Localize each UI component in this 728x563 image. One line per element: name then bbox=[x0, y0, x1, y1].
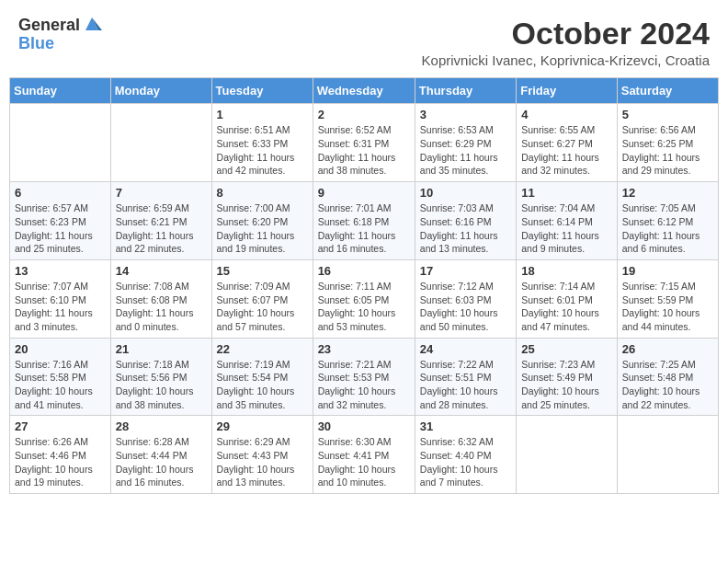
day-number: 27 bbox=[15, 419, 106, 433]
table-row: 7Sunrise: 6:59 AM Sunset: 6:21 PM Daylig… bbox=[110, 182, 211, 260]
day-info: Sunrise: 6:52 AM Sunset: 6:31 PM Dayligh… bbox=[318, 123, 410, 178]
table-row: 2Sunrise: 6:52 AM Sunset: 6:31 PM Daylig… bbox=[313, 104, 415, 182]
logo: General Blue bbox=[18, 17, 102, 53]
header-monday: Monday bbox=[110, 78, 211, 104]
day-number: 28 bbox=[116, 419, 207, 433]
day-number: 1 bbox=[217, 108, 308, 121]
day-info: Sunrise: 7:11 AM Sunset: 6:05 PM Dayligh… bbox=[318, 280, 410, 334]
table-row: 15Sunrise: 7:09 AM Sunset: 6:07 PM Dayli… bbox=[211, 259, 313, 338]
day-info: Sunrise: 7:04 AM Sunset: 6:14 PM Dayligh… bbox=[521, 201, 612, 256]
day-number: 7 bbox=[116, 186, 207, 200]
table-row bbox=[617, 416, 718, 494]
table-row: 16Sunrise: 7:11 AM Sunset: 6:05 PM Dayli… bbox=[313, 259, 415, 338]
day-info: Sunrise: 7:15 AM Sunset: 5:59 PM Dayligh… bbox=[622, 280, 713, 334]
day-info: Sunrise: 6:56 AM Sunset: 6:25 PM Dayligh… bbox=[622, 123, 713, 178]
day-number: 19 bbox=[622, 264, 713, 278]
day-number: 2 bbox=[318, 108, 410, 121]
day-number: 12 bbox=[622, 186, 713, 200]
day-info: Sunrise: 7:09 AM Sunset: 6:07 PM Dayligh… bbox=[217, 280, 308, 334]
page-header: General Blue October 2024 Koprivnicki Iv… bbox=[9, 9, 719, 72]
table-row: 29Sunrise: 6:29 AM Sunset: 4:43 PM Dayli… bbox=[211, 416, 313, 494]
logo-blue: Blue bbox=[18, 34, 54, 52]
day-number: 8 bbox=[217, 186, 308, 200]
day-info: Sunrise: 6:29 AM Sunset: 4:43 PM Dayligh… bbox=[217, 435, 308, 489]
table-row: 17Sunrise: 7:12 AM Sunset: 6:03 PM Dayli… bbox=[415, 259, 516, 338]
day-info: Sunrise: 7:16 AM Sunset: 5:58 PM Dayligh… bbox=[15, 358, 106, 412]
calendar-week-row: 27Sunrise: 6:26 AM Sunset: 4:46 PM Dayli… bbox=[10, 416, 719, 494]
table-row bbox=[10, 104, 111, 182]
day-number: 11 bbox=[521, 186, 612, 200]
day-info: Sunrise: 6:32 AM Sunset: 4:40 PM Dayligh… bbox=[420, 435, 511, 489]
table-row: 14Sunrise: 7:08 AM Sunset: 6:08 PM Dayli… bbox=[110, 259, 211, 338]
table-row: 18Sunrise: 7:14 AM Sunset: 6:01 PM Dayli… bbox=[517, 259, 618, 338]
table-row: 22Sunrise: 7:19 AM Sunset: 5:54 PM Dayli… bbox=[211, 338, 313, 416]
table-row: 19Sunrise: 7:15 AM Sunset: 5:59 PM Dayli… bbox=[617, 259, 718, 338]
table-row bbox=[517, 416, 618, 494]
day-info: Sunrise: 7:03 AM Sunset: 6:16 PM Dayligh… bbox=[420, 201, 511, 256]
day-number: 4 bbox=[521, 108, 612, 121]
table-row: 26Sunrise: 7:25 AM Sunset: 5:48 PM Dayli… bbox=[617, 338, 718, 416]
day-info: Sunrise: 7:25 AM Sunset: 5:48 PM Dayligh… bbox=[622, 358, 713, 412]
day-info: Sunrise: 7:05 AM Sunset: 6:12 PM Dayligh… bbox=[622, 201, 713, 256]
day-number: 13 bbox=[15, 264, 106, 278]
table-row bbox=[110, 104, 211, 182]
table-row: 13Sunrise: 7:07 AM Sunset: 6:10 PM Dayli… bbox=[10, 259, 111, 338]
header-saturday: Saturday bbox=[617, 78, 718, 104]
table-row: 11Sunrise: 7:04 AM Sunset: 6:14 PM Dayli… bbox=[517, 182, 618, 260]
month-title: October 2024 bbox=[422, 17, 710, 51]
table-row: 9Sunrise: 7:01 AM Sunset: 6:18 PM Daylig… bbox=[313, 182, 415, 260]
day-info: Sunrise: 6:57 AM Sunset: 6:23 PM Dayligh… bbox=[15, 201, 106, 256]
header-friday: Friday bbox=[517, 78, 618, 104]
day-number: 16 bbox=[318, 264, 410, 278]
table-row: 25Sunrise: 7:23 AM Sunset: 5:49 PM Dayli… bbox=[517, 338, 618, 416]
location-subtitle: Koprivnicki Ivanec, Koprivnica-Krizevci,… bbox=[422, 52, 710, 68]
table-row: 23Sunrise: 7:21 AM Sunset: 5:53 PM Dayli… bbox=[313, 338, 415, 416]
day-info: Sunrise: 7:18 AM Sunset: 5:56 PM Dayligh… bbox=[116, 358, 207, 412]
day-info: Sunrise: 7:22 AM Sunset: 5:51 PM Dayligh… bbox=[420, 358, 511, 412]
table-row: 6Sunrise: 6:57 AM Sunset: 6:23 PM Daylig… bbox=[10, 182, 111, 260]
day-number: 15 bbox=[217, 264, 308, 278]
table-row: 4Sunrise: 6:55 AM Sunset: 6:27 PM Daylig… bbox=[517, 104, 618, 182]
day-number: 17 bbox=[420, 264, 511, 278]
day-info: Sunrise: 7:21 AM Sunset: 5:53 PM Dayligh… bbox=[318, 358, 410, 412]
calendar-week-row: 13Sunrise: 7:07 AM Sunset: 6:10 PM Dayli… bbox=[10, 259, 719, 338]
calendar-week-row: 1Sunrise: 6:51 AM Sunset: 6:33 PM Daylig… bbox=[10, 104, 719, 182]
day-info: Sunrise: 7:00 AM Sunset: 6:20 PM Dayligh… bbox=[217, 201, 308, 256]
day-info: Sunrise: 6:51 AM Sunset: 6:33 PM Dayligh… bbox=[217, 123, 308, 178]
table-row: 21Sunrise: 7:18 AM Sunset: 5:56 PM Dayli… bbox=[110, 338, 211, 416]
table-row: 10Sunrise: 7:03 AM Sunset: 6:16 PM Dayli… bbox=[415, 182, 516, 260]
day-number: 9 bbox=[318, 186, 410, 200]
day-info: Sunrise: 6:28 AM Sunset: 4:44 PM Dayligh… bbox=[116, 435, 207, 489]
day-info: Sunrise: 7:12 AM Sunset: 6:03 PM Dayligh… bbox=[420, 280, 511, 334]
day-number: 30 bbox=[318, 419, 410, 433]
day-number: 20 bbox=[15, 342, 106, 356]
table-row: 5Sunrise: 6:56 AM Sunset: 6:25 PM Daylig… bbox=[617, 104, 718, 182]
header-wednesday: Wednesday bbox=[313, 78, 415, 104]
day-info: Sunrise: 6:55 AM Sunset: 6:27 PM Dayligh… bbox=[521, 123, 612, 178]
day-number: 18 bbox=[521, 264, 612, 278]
header-sunday: Sunday bbox=[10, 78, 111, 104]
day-info: Sunrise: 7:07 AM Sunset: 6:10 PM Dayligh… bbox=[15, 280, 106, 334]
day-number: 23 bbox=[318, 342, 410, 356]
table-row: 3Sunrise: 6:53 AM Sunset: 6:29 PM Daylig… bbox=[415, 104, 516, 182]
day-info: Sunrise: 7:19 AM Sunset: 5:54 PM Dayligh… bbox=[217, 358, 308, 412]
header-thursday: Thursday bbox=[415, 78, 516, 104]
table-row: 1Sunrise: 6:51 AM Sunset: 6:33 PM Daylig… bbox=[211, 104, 313, 182]
day-info: Sunrise: 6:59 AM Sunset: 6:21 PM Dayligh… bbox=[116, 201, 207, 256]
table-row: 12Sunrise: 7:05 AM Sunset: 6:12 PM Dayli… bbox=[617, 182, 718, 260]
day-number: 6 bbox=[15, 186, 106, 200]
day-info: Sunrise: 7:08 AM Sunset: 6:08 PM Dayligh… bbox=[116, 280, 207, 334]
logo-general: General bbox=[18, 17, 80, 35]
day-info: Sunrise: 6:53 AM Sunset: 6:29 PM Dayligh… bbox=[420, 123, 511, 178]
table-row: 28Sunrise: 6:28 AM Sunset: 4:44 PM Dayli… bbox=[110, 416, 211, 494]
logo-icon bbox=[82, 14, 102, 34]
table-row: 30Sunrise: 6:30 AM Sunset: 4:41 PM Dayli… bbox=[313, 416, 415, 494]
table-row: 31Sunrise: 6:32 AM Sunset: 4:40 PM Dayli… bbox=[415, 416, 516, 494]
header-tuesday: Tuesday bbox=[211, 78, 313, 104]
day-number: 21 bbox=[116, 342, 207, 356]
day-info: Sunrise: 7:01 AM Sunset: 6:18 PM Dayligh… bbox=[318, 201, 410, 256]
calendar-week-row: 20Sunrise: 7:16 AM Sunset: 5:58 PM Dayli… bbox=[10, 338, 719, 416]
title-area: October 2024 Koprivnicki Ivanec, Koprivn… bbox=[422, 17, 710, 68]
calendar-week-row: 6Sunrise: 6:57 AM Sunset: 6:23 PM Daylig… bbox=[10, 182, 719, 260]
day-number: 29 bbox=[217, 419, 308, 433]
